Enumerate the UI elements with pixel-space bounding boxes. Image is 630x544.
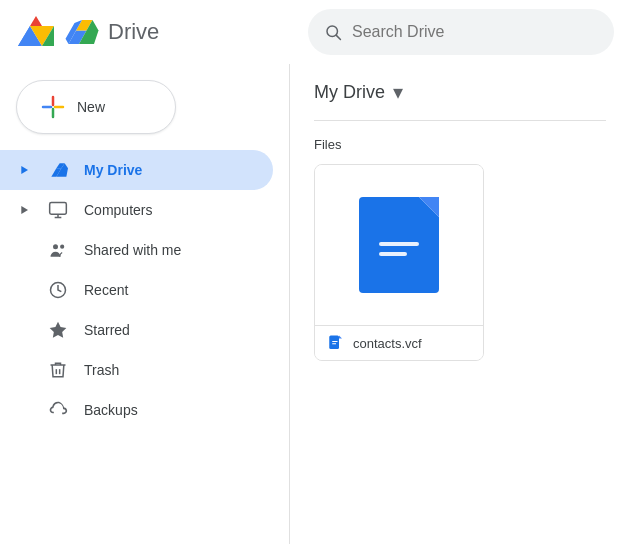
file-grid: contacts.vcf	[314, 164, 606, 361]
file-doc-line-2	[379, 252, 407, 256]
dropdown-arrow-icon[interactable]: ▾	[393, 80, 403, 104]
svg-marker-13	[21, 166, 28, 174]
content-title: My Drive ▾	[314, 80, 606, 104]
computers-icon	[48, 200, 68, 220]
expand-arrow-computers-icon	[16, 202, 32, 218]
file-doc-lines	[379, 242, 419, 256]
sidebar-item-label: Computers	[84, 202, 152, 218]
sidebar-item-shared-with-me[interactable]: Shared with me	[0, 230, 273, 270]
sidebar: New My Drive Computers	[0, 64, 290, 544]
svg-rect-22	[329, 336, 339, 350]
sidebar-item-label: Recent	[84, 282, 128, 298]
header: Drive	[0, 0, 630, 64]
sidebar-item-label: Shared with me	[84, 242, 181, 258]
starred-icon	[48, 320, 68, 340]
sidebar-item-starred[interactable]: Starred	[0, 310, 273, 350]
sidebar-item-backups[interactable]: Backups	[0, 390, 273, 430]
drive-logo-icon	[16, 12, 56, 52]
section-label: Files	[314, 137, 606, 152]
file-type-icon	[327, 334, 345, 352]
search-icon	[324, 22, 342, 42]
drive-logo-icon	[64, 14, 100, 50]
sidebar-item-trash[interactable]: Trash	[0, 350, 273, 390]
search-bar[interactable]	[308, 9, 614, 55]
new-button-label: New	[77, 99, 105, 115]
file-name: contacts.vcf	[353, 336, 422, 351]
svg-marker-4	[30, 16, 42, 26]
svg-marker-5	[18, 26, 30, 46]
backups-icon	[48, 400, 68, 420]
main-layout: New My Drive Computers	[0, 64, 630, 544]
svg-marker-21	[50, 322, 67, 338]
title-divider	[314, 120, 606, 121]
trash-icon	[48, 360, 68, 380]
file-card[interactable]: contacts.vcf	[314, 164, 484, 361]
plus-icon	[41, 95, 65, 119]
file-doc-icon	[359, 197, 439, 293]
svg-point-18	[53, 244, 58, 249]
file-footer: contacts.vcf	[315, 325, 483, 360]
logo-text: Drive	[108, 19, 159, 45]
svg-line-8	[336, 35, 340, 39]
sidebar-item-computers[interactable]: Computers	[0, 190, 273, 230]
content-area: My Drive ▾ Files	[290, 64, 630, 544]
sidebar-item-label: Trash	[84, 362, 119, 378]
svg-point-19	[60, 245, 64, 249]
sidebar-item-my-drive[interactable]: My Drive	[0, 150, 273, 190]
sidebar-item-label: My Drive	[84, 162, 142, 178]
svg-marker-14	[21, 206, 28, 214]
file-doc-line-1	[379, 242, 419, 246]
expand-arrow-icon	[16, 162, 32, 178]
file-preview	[315, 165, 483, 325]
shared-with-me-icon	[48, 240, 68, 260]
new-button[interactable]: New	[16, 80, 176, 134]
sidebar-item-label: Backups	[84, 402, 138, 418]
sidebar-item-recent[interactable]: Recent	[0, 270, 273, 310]
recent-icon	[48, 280, 68, 300]
logo-area: Drive	[16, 12, 296, 52]
sidebar-item-label: Starred	[84, 322, 130, 338]
search-input[interactable]	[352, 23, 598, 41]
content-title-text: My Drive	[314, 82, 385, 103]
my-drive-icon	[48, 160, 68, 180]
svg-rect-15	[50, 203, 67, 215]
